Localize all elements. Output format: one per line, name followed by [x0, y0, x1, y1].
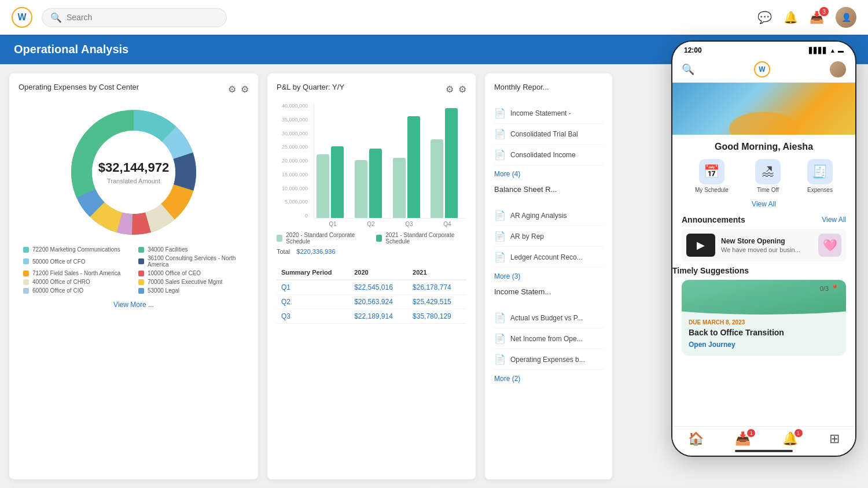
legend-2020: 2020 - Standard Corporate Schedule: [277, 232, 367, 245]
search-bar[interactable]: 🔍: [42, 8, 227, 27]
phone-status-bar: 12:00 ▋▋▋▋ ▲ ▬: [672, 42, 855, 57]
workday-logo[interactable]: W: [12, 7, 32, 28]
timely-content: DUE MARCH 8, 2023 Back to Office Transit…: [682, 315, 846, 356]
report-item[interactable]: 📄 Consolidated Trial Bal: [494, 124, 603, 145]
more-link-section2[interactable]: More (3): [494, 272, 603, 280]
bar-2021-q1: [331, 146, 344, 218]
inbox-icon[interactable]: 📥 3: [810, 10, 824, 24]
timely-card-title: Back to Office Transition: [689, 328, 839, 337]
report-item[interactable]: 📄 Actual vs Budget vs P...: [494, 308, 603, 328]
announcements-view-all[interactable]: View All: [822, 216, 846, 224]
bar-2021-q4: [445, 108, 458, 218]
phone-status-icons: ▋▋▋▋ ▲ ▬: [809, 47, 844, 54]
phone-inbox-nav[interactable]: 📥 1: [735, 431, 751, 446]
phone-logo[interactable]: W: [754, 61, 770, 77]
summary-table: Summary Period 2020 2021 Q1 $22,545,016 …: [277, 265, 466, 324]
bar-2020-q2: [355, 160, 367, 218]
expenses-icon: 🧾: [807, 159, 833, 184]
bar-2021-q2: [369, 149, 382, 218]
table-row: Q3 $22,189,914 $35,780,129: [277, 309, 466, 324]
phone-inbox-badge: 1: [747, 429, 755, 437]
report-doc-icon: 📄: [494, 312, 506, 323]
balance-sheet-title: Balance Sheet R...: [494, 185, 557, 194]
bar-card-header: P&L by Quarter: Y/Y ⚙ ⚙: [277, 83, 466, 96]
reports-card-title: Monthly Repor...: [494, 83, 549, 91]
legend-item: 50000 Office of CFO: [23, 255, 129, 268]
report-item[interactable]: 📄 Net Income from Ope...: [494, 328, 603, 349]
reports-card-header: Monthly Repor...: [494, 83, 603, 96]
table-row: Q2 $20,563,924 $25,429,515: [277, 295, 466, 309]
more-link-section1[interactable]: More (4): [494, 170, 603, 178]
bar-filter-icon[interactable]: ⚙: [446, 84, 454, 95]
report-item[interactable]: 📄 AR Aging Analysis: [494, 205, 603, 226]
legend-item: 71200 Field Sales - North America: [23, 270, 129, 276]
phone-notification-nav[interactable]: 🔔 1: [782, 431, 798, 446]
phone-avatar[interactable]: [830, 61, 846, 77]
bar-chart-card: P&L by Quarter: Y/Y ⚙ ⚙ 40,000,000 35,00…: [267, 73, 476, 479]
phone-search-icon[interactable]: 🔍: [682, 63, 694, 76]
timely-title: Timely Suggestions: [672, 266, 749, 275]
view-all-link[interactable]: View All: [672, 198, 855, 210]
report-item[interactable]: 📄 AR by Rep: [494, 226, 603, 247]
announcement-card: ▶ New Store Opening We have moved our bu…: [682, 229, 846, 261]
my-schedule-icon: 📅: [699, 159, 724, 184]
announcement-text: New Store Opening We have moved our busi…: [721, 237, 800, 253]
total-row: Total $220,336,936: [277, 245, 466, 258]
bar-2020-q3: [393, 158, 406, 218]
search-input[interactable]: [67, 13, 218, 22]
search-icon: 🔍: [50, 12, 62, 23]
wifi-icon: ▲: [830, 47, 836, 54]
bar-2020-q4: [431, 139, 443, 218]
phone-dashboard-nav[interactable]: ⊞: [829, 431, 840, 446]
report-item[interactable]: 📄 Operating Expenses b...: [494, 349, 603, 370]
settings-icon[interactable]: ⚙: [241, 84, 249, 95]
bar-chart-area: [314, 103, 466, 219]
location-icon: 📍: [831, 284, 839, 292]
announcement-heart-icon[interactable]: 🩷: [818, 234, 841, 257]
nav-icons: 💬 🔔 📥 3 👤: [757, 7, 856, 28]
bar-legend: 2020 - Standard Corporate Schedule 2021 …: [277, 232, 466, 245]
bar-group-q2: [355, 149, 388, 218]
report-doc-icon: 📄: [494, 231, 506, 242]
bar-settings-icon[interactable]: ⚙: [458, 84, 466, 95]
filter-icon[interactable]: ⚙: [228, 84, 236, 95]
report-item[interactable]: 📄 Consolidated Income: [494, 145, 603, 165]
expenses-action[interactable]: 🧾 Expenses: [807, 159, 833, 193]
more-link-section3[interactable]: More (2): [494, 375, 603, 383]
timely-badge: 0/3 📍: [820, 284, 839, 292]
timely-card: 0/3 📍 DUE MARCH 8, 2023 Back to Office T…: [682, 280, 846, 356]
notification-icon[interactable]: 🔔: [784, 10, 798, 24]
report-doc-icon: 📄: [494, 210, 506, 221]
report-doc-icon: 📄: [494, 252, 506, 263]
announcement-video-thumb[interactable]: ▶: [686, 234, 715, 257]
view-more-button[interactable]: View More ...: [19, 301, 249, 309]
bar-group-q4: [431, 108, 464, 218]
announcements-header: Announcements View All: [672, 210, 855, 227]
phone-greeting: Good Morning, Aiesha: [672, 135, 855, 157]
table-row: Q1 $22,545,016 $26,178,774: [277, 280, 466, 295]
inbox-badge: 3: [819, 7, 829, 16]
signal-icon: ▋▋▋▋: [809, 47, 827, 54]
legend-item: 36100 Consulting Services - North Americ…: [138, 255, 244, 268]
report-doc-icon: 📄: [494, 128, 506, 139]
phone-hero-banner: [672, 83, 855, 135]
donut-chart: $32,144,972 Translated Amount: [64, 103, 203, 242]
time-off-action[interactable]: 🏖 Time Off: [755, 159, 781, 193]
open-journey-button[interactable]: Open Journey: [689, 341, 839, 349]
bar-group-q1: [317, 146, 350, 218]
bar-group-q3: [393, 116, 426, 218]
chat-icon[interactable]: 💬: [757, 10, 772, 24]
phone-home-nav[interactable]: 🏠: [688, 431, 704, 446]
phone-notification-badge: 1: [795, 429, 803, 437]
legend-item: 72200 Marketing Communications: [23, 246, 129, 253]
report-item[interactable]: 📄 Ledger Account Reco...: [494, 247, 603, 268]
my-schedule-action[interactable]: 📅 My Schedule: [695, 159, 729, 193]
legend-item: 40000 Office of CHRO: [23, 279, 129, 285]
report-item[interactable]: 📄 Income Statement -: [494, 103, 603, 124]
user-avatar[interactable]: 👤: [836, 7, 856, 28]
donut-card-title: Operating Expenses by Cost Center: [19, 83, 139, 91]
donut-legend: 72200 Marketing Communications 34000 Fac…: [19, 246, 249, 294]
phone-navigation: 🔍 W: [672, 57, 855, 83]
battery-icon: ▬: [838, 47, 844, 54]
hero-arc: [729, 112, 799, 135]
